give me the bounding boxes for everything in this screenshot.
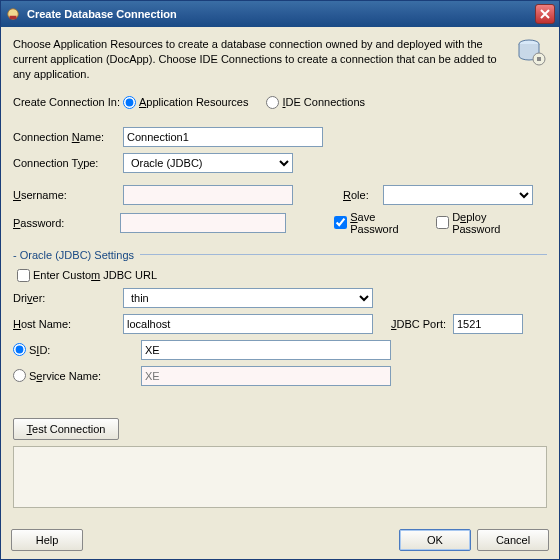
sid-label: SID: (29, 344, 50, 356)
cancel-button[interactable]: Cancel (477, 529, 549, 551)
save-password-label: Save Password (350, 211, 424, 235)
title-bar: Create Database Connection (1, 1, 559, 27)
close-button[interactable] (535, 4, 555, 24)
svg-rect-4 (537, 57, 541, 61)
ok-button[interactable]: OK (399, 529, 471, 551)
custom-url-checkbox[interactable] (17, 269, 30, 282)
connection-type-select[interactable]: Oracle (JDBC) (123, 153, 293, 173)
dialog-content: Choose Application Resources to create a… (1, 27, 559, 521)
radio-app-resources-input[interactable] (123, 96, 136, 109)
help-button[interactable]: Help (11, 529, 83, 551)
sid-radio-input[interactable] (13, 343, 26, 356)
database-icon (515, 37, 547, 69)
port-input[interactable] (453, 314, 523, 334)
title-text: Create Database Connection (27, 8, 535, 20)
service-radio-input[interactable] (13, 369, 26, 382)
jdbc-settings-header: - Oracle (JDBC) Settings (13, 249, 547, 261)
app-icon (5, 6, 21, 22)
save-password-check[interactable]: Save Password (334, 211, 424, 235)
deploy-password-checkbox[interactable] (436, 216, 449, 229)
test-connection-button[interactable]: Test Connection (13, 418, 119, 440)
connection-name-input[interactable] (123, 127, 323, 147)
custom-url-check[interactable]: Enter Custom JDBC URL (17, 269, 157, 282)
dialog-window: Create Database Connection Choose Applic… (0, 0, 560, 560)
conn-name-label: Connection Name: (13, 131, 123, 143)
radio-ide-connections-label: IDE Connections (282, 96, 365, 108)
deploy-password-label: Deploy Password (452, 211, 535, 235)
service-input[interactable] (141, 366, 391, 386)
save-password-checkbox[interactable] (334, 216, 347, 229)
dialog-footer: Help OK Cancel (1, 521, 559, 559)
create-in-row: Create Connection In: AApplication Resou… (13, 96, 547, 109)
role-select[interactable] (383, 185, 533, 205)
custom-url-label: Enter Custom JDBC URL (33, 269, 157, 281)
sid-input[interactable] (141, 340, 391, 360)
description-text: Choose Application Resources to create a… (13, 37, 505, 82)
create-in-label: Create Connection In: (13, 96, 123, 108)
driver-label: Driver: (13, 292, 123, 304)
radio-ide-connections-input[interactable] (266, 96, 279, 109)
service-radio[interactable]: Service Name: (13, 369, 123, 382)
radio-app-resources-label: AApplication Resourcespplication Resourc… (139, 96, 248, 108)
test-output-box (13, 446, 547, 508)
role-label: Role: (343, 189, 383, 201)
port-label: JDBC Port: (391, 318, 453, 330)
sid-radio[interactable]: SID: (13, 343, 123, 356)
password-label: Password: (13, 217, 120, 229)
host-input[interactable] (123, 314, 373, 334)
username-input[interactable] (123, 185, 293, 205)
svg-rect-1 (10, 16, 17, 20)
radio-ide-connections[interactable]: IDE Connections (266, 96, 365, 109)
username-label: Username: (13, 189, 123, 201)
driver-select[interactable]: thin (123, 288, 373, 308)
service-label: Service Name: (29, 370, 101, 382)
deploy-password-check[interactable]: Deploy Password (436, 211, 535, 235)
password-input[interactable] (120, 213, 286, 233)
conn-type-label: Connection Type: (13, 157, 123, 169)
host-label: Host Name: (13, 318, 123, 330)
radio-app-resources[interactable]: AApplication Resourcespplication Resourc… (123, 96, 248, 109)
close-icon (540, 9, 550, 19)
